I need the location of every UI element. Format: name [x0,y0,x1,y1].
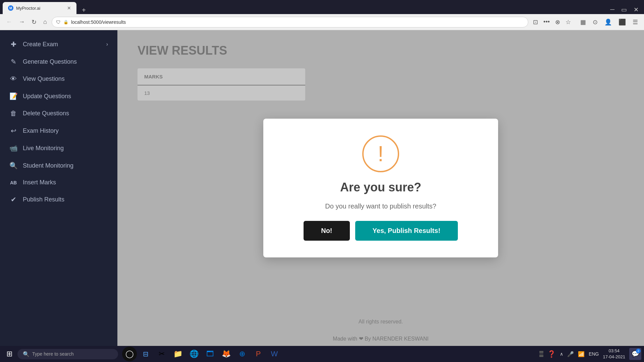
modal-buttons: No! Yes, Publish Results! [304,221,458,241]
tab-bar: M MyProctor.ai ✕ + ─ ▭ ✕ [0,0,644,14]
sidebar-item-update-questions[interactable]: 📝 Update Questions [0,87,117,105]
sidebar-item-view-questions[interactable]: 👁 View Questions [0,70,117,87]
trash-icon: 🗑 [9,110,17,117]
sidebar-label-delete-questions: Delete Questions [23,110,69,117]
sidebar-item-insert-marks[interactable]: AB Insert Marks [0,174,117,191]
sidebar-item-student-monitoring[interactable]: 🔍 Student Monitoring [0,157,117,174]
widget-icon: ⊟ [143,350,149,358]
library-button[interactable]: ▦ [578,17,588,27]
taskbar-clock[interactable]: 03:54 17-04-2021 [603,348,626,360]
sidebar-item-generate-questions[interactable]: ✎ Generate Questions [0,53,117,70]
tab-close-button[interactable]: ✕ [67,5,71,11]
shield-icon: 🛡 [56,19,61,25]
firefox-icon: 🦊 [222,350,231,358]
tab-title: MyProctor.ai [16,6,64,11]
taskbar-app-firefox[interactable]: 🦊 [219,347,233,361]
sidebar: ✚ Create Exam › ✎ Generate Questions 👁 V… [0,30,117,346]
yes-publish-button[interactable]: Yes, Publish Results! [355,221,458,241]
notification-badge: 2 [636,349,641,353]
modal-title: Are you sure? [340,180,421,194]
taskbar-app-folder[interactable]: 📁 [170,347,185,361]
taskbar-app-ie[interactable]: 🗔 [203,347,217,361]
taskbar-app-circle[interactable]: ◯ [122,347,137,361]
eye-icon: 👁 [9,75,17,83]
warning-icon: ! [362,135,399,172]
help-button[interactable]: ❓ [547,350,556,358]
taskbar-right: ❓ ∧ 🎤 📶 ENG 03:54 17-04-2021 💬 2 [539,348,641,360]
minimize-button[interactable]: ─ [607,5,617,14]
microphone-icon: 🎤 [567,351,574,357]
address-bar[interactable]: 🛡 🔒 localhost:5000/viewresults [52,17,528,27]
taskbar-search-text: Type here to search [32,351,74,357]
maximize-button[interactable]: ▭ [619,5,630,14]
profile-button[interactable]: 👤 [602,17,614,27]
sidebar-label-student-monitoring: Student Monitoring [23,162,73,169]
scroll-indicator[interactable] [539,351,543,357]
wifi-icon: 📶 [578,351,585,357]
taskbar-app-edge[interactable]: ⊕ [235,347,250,361]
folder-icon: 📁 [173,350,182,358]
sidebar-label-exam-history: Exam History [23,127,59,134]
modal-subtitle: Do you really want to publish results? [325,202,436,210]
ie-icon: 🗔 [206,350,214,358]
reader-view-button[interactable]: ⊡ [531,17,540,27]
taskbar-app-word[interactable]: W [267,347,282,361]
sidebar-label-live-monitoring: Live Monitoring [23,145,64,152]
browser-extras: ▦ ⊙ 👤 ⬛ ☰ [578,17,640,27]
marks-icon: AB [9,180,17,185]
publish-icon: ✔ [9,195,17,203]
sidebar-label-view-questions: View Questions [23,75,65,82]
new-tab-button[interactable]: + [79,6,89,14]
bookmark-button[interactable]: ☆ [564,17,573,27]
main-content: ✚ Create Exam › ✎ Generate Questions 👁 V… [0,30,644,346]
edge-icon: ⊕ [239,350,245,358]
reload-button[interactable]: ↻ [30,17,39,27]
page-background: VIEW RESULTS MARKS 13 [117,30,644,346]
sidebar-label-publish-results: Publish Results [23,196,64,203]
clock-date: 17-04-2021 [603,354,626,360]
active-tab[interactable]: M MyProctor.ai ✕ [3,2,76,14]
history-icon: ↩ [9,127,17,135]
back-button[interactable]: ← [4,17,14,27]
taskbar-app-widget[interactable]: ⊟ [138,347,153,361]
nav-bar: ← → ↻ ⌂ 🛡 🔒 localhost:5000/viewresults ⊡… [0,14,644,30]
camera-icon: 📹 [9,144,17,152]
extensions-button[interactable]: ⬛ [616,17,628,27]
lock-icon: 🔒 [63,20,68,24]
more-options-button[interactable]: ••• [541,17,552,27]
taskbar-app-scissors[interactable]: ✂ [154,347,169,361]
taskbar-app-chrome[interactable]: 🌐 [186,347,201,361]
nav-extras: ⊡ ••• ⊗ ☆ [531,17,573,27]
sidebar-item-publish-results[interactable]: ✔ Publish Results [0,191,117,208]
tab-favicon: M [8,5,13,11]
pencil-icon: ✎ [9,58,17,66]
sync-button[interactable]: ⊙ [591,17,600,27]
menu-button[interactable]: ☰ [631,17,640,27]
powerpoint-icon: P [256,350,261,358]
taskbar-apps: ◯ ⊟ ✂ 📁 🌐 🗔 🦊 ⊕ P [122,347,282,361]
language-indicator: ENG [589,351,599,357]
start-button[interactable]: ⊞ [3,347,16,361]
chevron-up-icon[interactable]: ∧ [560,351,563,357]
sidebar-item-live-monitoring[interactable]: 📹 Live Monitoring [0,139,117,157]
close-window-button[interactable]: ✕ [631,5,641,14]
home-button[interactable]: ⌂ [41,17,49,27]
arrow-right-icon: › [106,41,108,47]
edit-icon: 📝 [9,92,17,100]
sidebar-item-delete-questions[interactable]: 🗑 Delete Questions [0,105,117,122]
url-text: localhost:5000/viewresults [71,19,524,25]
sidebar-label-insert-marks: Insert Marks [23,179,56,186]
taskbar-search-bar[interactable]: 🔍 Type here to search [17,349,118,359]
pocket-button[interactable]: ⊗ [553,17,562,27]
no-button[interactable]: No! [304,221,350,241]
circle-icon: ◯ [125,350,134,358]
taskbar: ⊞ 🔍 Type here to search ◯ ⊟ ✂ 📁 🌐 🗔 [0,346,644,362]
taskbar-app-powerpoint[interactable]: P [251,347,266,361]
forward-button[interactable]: → [17,17,27,27]
window-controls: ─ ▭ ✕ [607,5,641,14]
notification-button[interactable]: 💬 2 [629,348,641,360]
scissors-icon: ✂ [159,350,165,358]
sidebar-item-create-exam[interactable]: ✚ Create Exam › [0,36,117,53]
clock-time: 03:54 [603,348,626,354]
sidebar-item-exam-history[interactable]: ↩ Exam History [0,122,117,139]
